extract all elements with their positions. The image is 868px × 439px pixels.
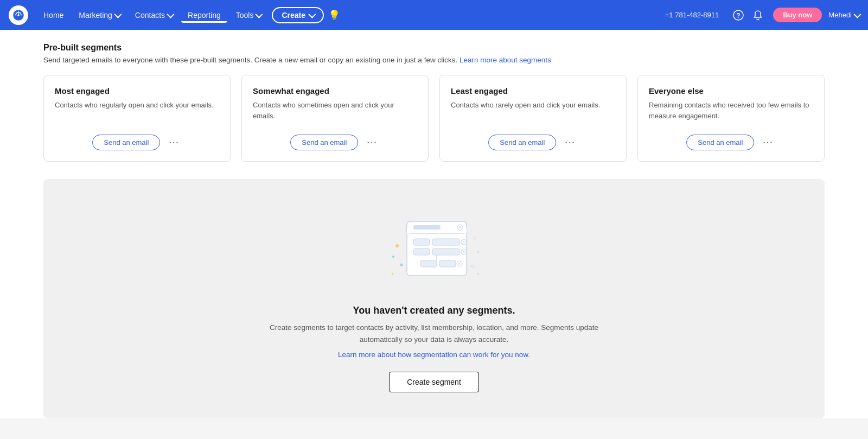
least-engaged-card: Least engaged Contacts who rarely open a… bbox=[439, 75, 627, 162]
most-engaged-desc: Contacts who regularly open and click yo… bbox=[55, 100, 219, 126]
least-engaged-actions: Send an email ··· bbox=[451, 135, 615, 150]
prebuilt-description: Send targeted emails to everyone with th… bbox=[43, 56, 825, 64]
svg-rect-11 bbox=[413, 239, 430, 245]
svg-point-29 bbox=[400, 264, 403, 266]
empty-state-title: You haven't created any segments. bbox=[353, 305, 515, 316]
nav-home[interactable]: Home bbox=[37, 8, 70, 23]
most-engaged-more-button[interactable]: ··· bbox=[167, 138, 181, 148]
everyone-else-desc: Remaining contacts who received too few … bbox=[649, 100, 813, 126]
svg-rect-7 bbox=[413, 225, 441, 230]
notifications-icon[interactable] bbox=[749, 7, 767, 24]
most-engaged-title: Most engaged bbox=[55, 86, 219, 96]
most-engaged-send-email-button[interactable]: Send an email bbox=[92, 135, 160, 150]
segments-illustration: + ○ ◇ ✦ • bbox=[380, 205, 488, 292]
buy-now-button[interactable]: Buy now bbox=[773, 8, 822, 22]
somewhat-engaged-title: Somewhat engaged bbox=[253, 86, 417, 96]
nav-contacts[interactable]: Contacts bbox=[129, 8, 179, 23]
create-button[interactable]: Create bbox=[272, 7, 324, 23]
nav-tools[interactable]: Tools bbox=[229, 8, 268, 23]
least-engaged-more-button[interactable]: ··· bbox=[563, 138, 577, 148]
somewhat-engaged-send-email-button[interactable]: Send an email bbox=[290, 135, 358, 150]
everyone-else-actions: Send an email ··· bbox=[649, 135, 813, 150]
segmentation-learn-more-link[interactable]: Learn more about how segmentation can wo… bbox=[338, 351, 530, 359]
svg-text:+: + bbox=[473, 234, 477, 242]
create-chevron-icon bbox=[308, 10, 316, 18]
everyone-else-send-email-button[interactable]: Send an email bbox=[686, 135, 754, 150]
somewhat-engaged-card: Somewhat engaged Contacts who sometimes … bbox=[241, 75, 429, 162]
least-engaged-send-email-button[interactable]: Send an email bbox=[488, 135, 556, 150]
least-engaged-title: Least engaged bbox=[451, 86, 615, 96]
learn-more-segments-link[interactable]: Learn more about segments bbox=[459, 56, 551, 64]
lightbulb-icon[interactable]: 💡 bbox=[328, 9, 340, 21]
user-menu[interactable]: Mehedi bbox=[828, 11, 859, 19]
main-content: Pre-built segments Send targeted emails … bbox=[0, 30, 868, 418]
navbar: Home Marketing Contacts Reporting Tools … bbox=[0, 0, 868, 30]
somewhat-engaged-desc: Contacts who sometimes open and click yo… bbox=[253, 100, 417, 126]
most-engaged-card: Most engaged Contacts who regularly open… bbox=[43, 75, 231, 162]
tools-chevron-icon bbox=[256, 10, 263, 18]
svg-text:✦: ✦ bbox=[391, 271, 395, 277]
phone-number: +1 781-482-8911 bbox=[665, 11, 719, 19]
svg-rect-22 bbox=[420, 260, 437, 267]
least-engaged-desc: Contacts who rarely open and click your … bbox=[451, 100, 615, 126]
somewhat-engaged-actions: Send an email ··· bbox=[253, 135, 417, 150]
svg-rect-16 bbox=[413, 249, 430, 255]
app-logo[interactable] bbox=[9, 5, 28, 25]
everyone-else-title: Everyone else bbox=[649, 86, 813, 96]
segment-cards-container: Most engaged Contacts who regularly open… bbox=[43, 75, 825, 162]
marketing-chevron-icon bbox=[114, 10, 122, 18]
svg-rect-23 bbox=[439, 260, 456, 267]
empty-state-section: + ○ ◇ ✦ • You haven't created any segmen… bbox=[43, 179, 825, 418]
svg-text:◇: ◇ bbox=[471, 263, 475, 269]
empty-state-description: Create segments to target contacts by ac… bbox=[250, 322, 618, 345]
svg-text:○: ○ bbox=[476, 249, 480, 255]
svg-rect-17 bbox=[432, 249, 459, 255]
contacts-chevron-icon bbox=[167, 10, 174, 18]
user-chevron-icon bbox=[853, 10, 861, 18]
svg-text:•: • bbox=[477, 271, 479, 277]
svg-point-27 bbox=[395, 244, 399, 247]
create-segment-button[interactable]: Create segment bbox=[389, 372, 479, 392]
help-icon[interactable]: ? bbox=[730, 7, 747, 24]
most-engaged-actions: Send an email ··· bbox=[55, 135, 219, 150]
nav-reporting[interactable]: Reporting bbox=[181, 8, 227, 23]
prebuilt-title: Pre-built segments bbox=[43, 43, 825, 53]
svg-rect-12 bbox=[432, 239, 459, 245]
everyone-else-more-button[interactable]: ··· bbox=[761, 138, 775, 148]
svg-point-28 bbox=[392, 256, 394, 258]
everyone-else-card: Everyone else Remaining contacts who rec… bbox=[637, 75, 825, 162]
svg-text:?: ? bbox=[737, 12, 741, 20]
somewhat-engaged-more-button[interactable]: ··· bbox=[365, 138, 379, 148]
nav-marketing[interactable]: Marketing bbox=[72, 8, 126, 23]
